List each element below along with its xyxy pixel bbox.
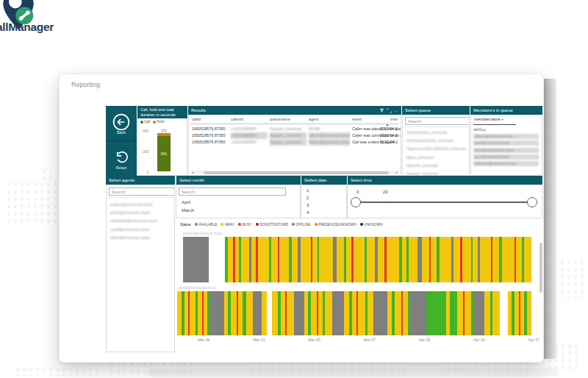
status-segment <box>453 237 460 282</box>
x-axis-tick-label: Mar 06 <box>198 338 209 342</box>
results-column-header[interactable]: time <box>390 116 398 123</box>
status-segment <box>337 237 344 282</box>
status-segment <box>462 237 471 282</box>
status-segment <box>484 291 490 335</box>
more-options-icon[interactable]: … <box>394 106 398 115</box>
duration-chart-panel: Call, hold and total duration in seconds… <box>137 106 187 176</box>
member-list-item[interactable]: susteren@universal.cloud <box>473 161 539 166</box>
queue-list-item[interactable]: Administratie_universal <box>406 129 467 137</box>
stacked-bar[interactable]: 341 <box>157 133 171 171</box>
results-table-row[interactable]: 1650528576.87350+31612405647Support_univ… <box>189 126 401 132</box>
page-title: Reporting <box>71 81 100 88</box>
timeline-bar-2 <box>177 291 531 335</box>
queue-list-item[interactable]: fakse_universal <box>406 154 467 162</box>
status-segment <box>431 237 437 282</box>
queue-list-item[interactable]: Support_universal <box>406 170 467 176</box>
status-segment <box>332 291 344 335</box>
status-legend-item[interactable]: AWAY <box>220 223 234 227</box>
charts-vertical-scrollbar[interactable] <box>539 243 542 293</box>
members-in-queue-panel: Members's in queue membername ▾ dehGuysh… <box>470 106 542 176</box>
timeline-agent-label: anders@universal.cloud <box>183 231 223 235</box>
results-horizontal-scrollbar[interactable]: ◄ ► <box>190 171 399 174</box>
agent-list-item[interactable]: mikehans@universal.cloud <box>110 217 173 225</box>
scroll-right-icon[interactable]: ► <box>395 171 398 174</box>
agents-search-input[interactable] <box>109 188 175 196</box>
reset-button[interactable]: Reset <box>106 141 137 176</box>
scrollbar-thumb[interactable] <box>204 171 389 174</box>
queue-search-input[interactable] <box>405 117 470 125</box>
status-legend-item[interactable]: DONOTDISTURB <box>256 223 288 227</box>
results-cell-callerid: +31612405647 <box>231 126 268 132</box>
watermark-pattern <box>553 259 587 299</box>
queue-list-item[interactable]: Algemeen 003-2020000_universal <box>406 145 467 153</box>
member-list-item[interactable]: scott@universal.cloud <box>473 154 539 160</box>
watermark-pattern <box>15 366 97 377</box>
results-table-row[interactable]: 1650528576.87350+31612405647Support_univ… <box>189 139 401 146</box>
date-list-item[interactable]: 2 <box>301 194 346 202</box>
results-cell-callerid: +31612405647 <box>231 132 268 139</box>
agent-list-item[interactable]: jan01@universal.cloud <box>110 209 173 217</box>
month-search-input[interactable] <box>179 188 286 196</box>
status-segment <box>373 291 387 335</box>
agent-list-item[interactable]: cioeff@universal.cloud <box>110 226 173 234</box>
status-legend-item[interactable]: BUSY <box>238 223 252 227</box>
member-list-item[interactable]: dehGuy <box>473 127 539 132</box>
time-slider-handle-min[interactable] <box>351 197 361 207</box>
status-legend-item[interactable]: UNKNOWN <box>360 223 383 227</box>
month-list-item[interactable]: April <box>176 198 300 206</box>
status-segment <box>403 291 408 335</box>
results-column-header[interactable]: callid <box>192 116 229 123</box>
legend-item[interactable]: Hold <box>153 120 164 124</box>
status-legend-item[interactable]: OFFLINE <box>292 223 311 227</box>
member-list-item[interactable]: hendrik@universal.cloud <box>473 148 539 153</box>
filter-icon[interactable] <box>379 108 384 113</box>
month-list-item[interactable]: March <box>176 206 300 214</box>
results-column-header[interactable]: callerid <box>231 116 268 123</box>
scroll-left-icon[interactable]: ◄ <box>191 171 194 174</box>
membername-column-header[interactable]: membername ▾ <box>474 117 503 121</box>
select-agents-panel: anders@universal.cloudjan01@universal.cl… <box>106 185 175 352</box>
results-cell-time: 2022-04-2 <box>380 139 398 146</box>
status-segment <box>209 237 225 282</box>
date-list-item[interactable]: 3 <box>301 202 346 209</box>
status-legend-item[interactable]: AVAILABLE <box>195 223 218 227</box>
queue-list-item[interactable]: Administratie005_universal <box>406 137 467 145</box>
status-legend-item[interactable]: PRESENCEUNKNOWN <box>315 223 356 227</box>
results-cell-agent: trainer@universal.cloud <box>309 132 350 139</box>
time-slider-handle-max[interactable] <box>527 197 537 207</box>
dashboard: Back Reset Call, hold and total duration… <box>106 106 542 352</box>
status-legend: Status AVAILABLEAWAYBUSYDONOTDISTURBOFFL… <box>176 220 542 229</box>
status-segment <box>258 237 269 282</box>
time-slider-track[interactable] <box>355 202 533 203</box>
status-segment <box>267 291 272 335</box>
member-list-item[interactable]: sharon@universal.cloud <box>473 134 539 139</box>
member-list-item[interactable]: josef@universal.cloud <box>473 140 539 146</box>
results-cell-queuename: Support_universal <box>270 132 306 139</box>
legend-item[interactable]: Call <box>140 120 150 124</box>
status-segment <box>271 237 278 282</box>
status-segment <box>325 291 331 335</box>
y-axis-tick: 200 <box>140 150 148 154</box>
status-segment <box>358 291 365 335</box>
results-cell-queuename: Support_universal <box>270 139 306 146</box>
status-segment <box>409 237 418 282</box>
callmanager-logo: allManager <box>0 0 88 40</box>
back-arrow-icon <box>112 113 131 132</box>
date-list-item[interactable]: 4 <box>301 209 346 216</box>
status-segment <box>516 237 522 282</box>
agent-list-item[interactable]: tblum@universal.cloud <box>110 234 173 242</box>
results-column-header[interactable]: agent <box>309 116 350 123</box>
back-button[interactable]: Back <box>106 106 137 141</box>
status-segment <box>457 291 463 335</box>
status-segment <box>422 237 429 282</box>
status-segment <box>209 291 224 335</box>
queue-list-item[interactable]: faheelN_universal <box>406 162 467 170</box>
results-table-row[interactable]: 1650528576.87350+31612405647Support_univ… <box>189 132 401 139</box>
x-axis-tick-label: Mar 20 <box>308 338 320 342</box>
status-segment <box>246 291 253 335</box>
agent-list-item[interactable]: anders@universal.cloud <box>110 201 173 209</box>
date-list-item[interactable]: 1 <box>301 187 346 194</box>
results-column-header[interactable]: queuename <box>270 116 306 123</box>
focus-mode-icon[interactable] <box>387 108 392 113</box>
status-segment <box>241 237 250 282</box>
